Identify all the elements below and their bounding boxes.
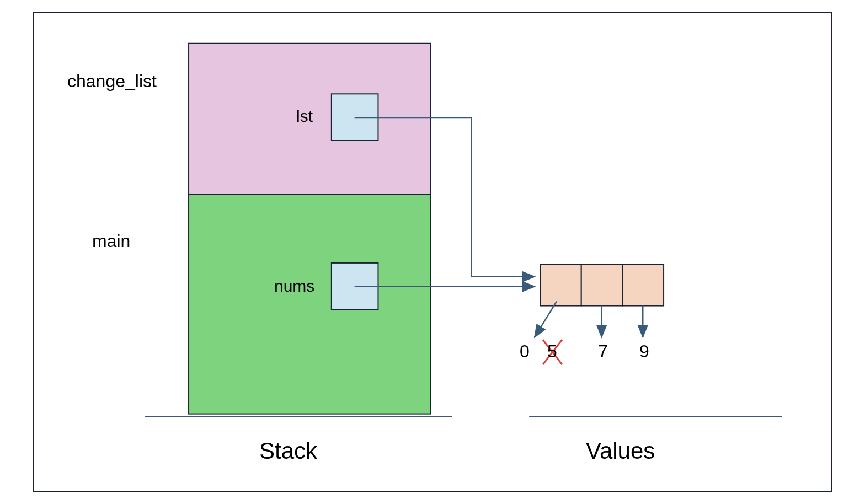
memory-diagram: change_list main lst nums Stack Values 0… (33, 12, 832, 492)
list-cell-1 (581, 265, 623, 306)
label-change-list: change_list (67, 71, 157, 92)
label-nums: nums (274, 277, 314, 296)
frame-main (189, 194, 430, 414)
value-5-crossed: 5 (547, 341, 557, 362)
label-stack: Stack (259, 438, 317, 464)
list-cell-0 (540, 265, 581, 306)
label-values: Values (586, 438, 655, 464)
label-lst: lst (296, 107, 313, 126)
value-0: 0 (520, 341, 530, 362)
value-9: 9 (639, 341, 649, 362)
label-main: main (92, 231, 130, 251)
arrow-cell-0-value (535, 302, 557, 337)
list-cell-2 (622, 265, 664, 306)
value-7: 7 (598, 341, 608, 362)
